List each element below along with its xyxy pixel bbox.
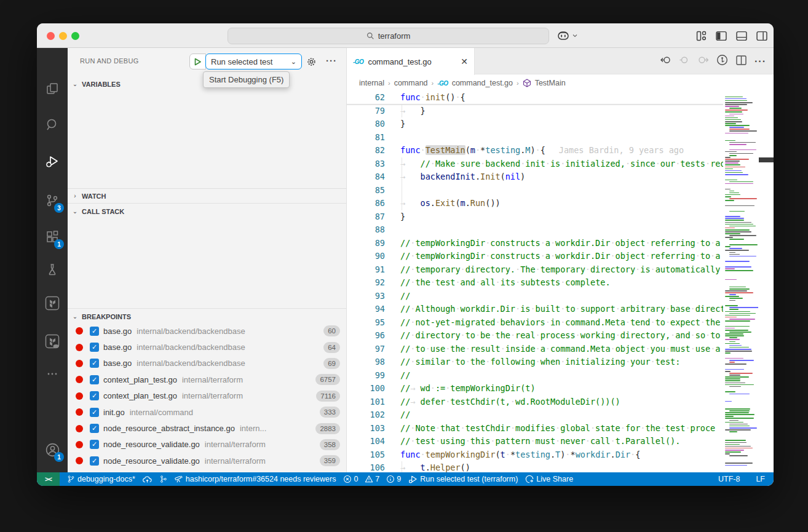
activity-more[interactable] xyxy=(37,362,68,386)
code-line-90[interactable]: 90//·tempWorkingDir·constructs·a·workdir… xyxy=(347,250,723,263)
copilot-menu[interactable] xyxy=(556,23,577,48)
breakpoint-checkbox[interactable]: ✓ xyxy=(90,391,99,400)
zoom-window-button[interactable] xyxy=(71,32,79,40)
breakpoint-row[interactable]: ✓context_plan_test.gointernal/terraform6… xyxy=(68,371,346,387)
accounts-button[interactable]: 1 xyxy=(37,437,68,462)
close-tab-icon[interactable]: ✕ xyxy=(461,57,468,66)
code-line-95[interactable]: 95//·not-yet-migrated·behaviors·in·comma… xyxy=(347,316,723,330)
toggle-panel-button[interactable] xyxy=(736,31,747,41)
activity-extensions[interactable]: 1 xyxy=(37,224,68,249)
timeline-icon[interactable] xyxy=(716,54,728,68)
run-task-status-item[interactable]: Run selected test (terraform) xyxy=(408,475,518,483)
sync-changes-item[interactable] xyxy=(143,475,152,483)
breakpoint-row[interactable]: ✓init.gointernal/command333 xyxy=(68,404,346,420)
breakpoint-row[interactable]: ✓node_resource_abstract_instance.gointer… xyxy=(68,420,346,436)
code-line-105[interactable]: 105func·tempWorkingDir(t·*testing.T)·*wo… xyxy=(347,448,723,462)
customize-layout-button[interactable] xyxy=(696,31,707,41)
activity-testing[interactable] xyxy=(37,257,68,282)
editor-more-actions-icon[interactable]: ··· xyxy=(755,56,766,67)
code-line-100[interactable]: 100//→ wd·:=·tempWorkingDir(t) xyxy=(347,382,723,395)
breakpoint-checkbox[interactable]: ✓ xyxy=(90,440,99,449)
code-editor[interactable]: 62func·init()·{79→ }80}8182func·TestMain… xyxy=(347,91,723,472)
problems-status-item[interactable]: 0 7 9 xyxy=(343,475,401,483)
branch-status-item[interactable]: debugging-docs* xyxy=(67,475,135,483)
toggle-secondary-sidebar-button[interactable] xyxy=(756,31,767,41)
code-line-91[interactable]: 91//·temporary·directory.·The·temporary·… xyxy=(347,263,723,277)
activity-hcp-terraform[interactable] xyxy=(37,329,68,354)
activity-search[interactable] xyxy=(37,113,68,137)
code-line-96[interactable]: 96//·directory·to·be·the·real·process·wo… xyxy=(347,329,723,343)
code-line-101[interactable]: 101//→ defer·testChdir(t,·wd.RootModuleD… xyxy=(347,395,723,409)
minimap[interactable] xyxy=(723,91,758,472)
activity-explorer[interactable] xyxy=(37,77,68,101)
toggle-primary-sidebar-button[interactable] xyxy=(716,31,727,41)
breakpoint-checkbox[interactable]: ✓ xyxy=(90,375,99,384)
code-line-104[interactable]: 104//·test·using·this·pattern·must·never… xyxy=(347,435,723,448)
command-center-search[interactable]: terraform xyxy=(228,28,549,44)
breakpoint-checkbox[interactable]: ✓ xyxy=(90,424,99,433)
code-line-99[interactable]: 99// xyxy=(347,369,723,383)
code-line-94[interactable]: 94//·Although·workdir.Dir·is·built·to·su… xyxy=(347,303,723,316)
breakpoint-checkbox[interactable]: ✓ xyxy=(90,343,99,352)
pull-request-status-item[interactable]: hashicorp/terraform#36524 needs reviewer… xyxy=(175,475,336,483)
close-window-button[interactable] xyxy=(47,32,55,40)
breakpoint-row[interactable]: ✓node_resource_validate.gointernal/terra… xyxy=(68,437,346,453)
launch-configuration-dropdown[interactable]: Run selected test ⌄ xyxy=(205,54,302,69)
code-line-98[interactable]: 98//·similar·to·the·following·when·initi… xyxy=(347,355,723,369)
split-editor-icon[interactable] xyxy=(736,55,747,68)
activity-run-and-debug[interactable] xyxy=(37,149,68,174)
navigate-back-icon[interactable] xyxy=(660,55,671,67)
breadcrumb-symbol[interactable]: TestMain xyxy=(535,79,566,87)
code-line-85[interactable]: 85 xyxy=(347,184,723,197)
code-line-103[interactable]: 103//·Note·that·testChdir·modifies·globa… xyxy=(347,422,723,435)
breakpoint-checkbox[interactable]: ✓ xyxy=(90,359,99,368)
code-line-84[interactable]: 84→ backendInit.Init(nil) xyxy=(347,170,723,184)
code-line-86[interactable]: 86→ os.Exit(m.Run()) xyxy=(347,197,723,210)
breakpoint-row[interactable]: ✓node_resource_validate.gointernal/terra… xyxy=(68,453,346,469)
start-debugging-button[interactable] xyxy=(189,54,206,69)
code-line-82[interactable]: 82func·TestMain(m·*testing.M)·{James Bar… xyxy=(347,144,723,157)
breakpoints-section-header[interactable]: ⌄ BREAKPOINTS xyxy=(68,309,346,324)
remote-indicator[interactable]: >< xyxy=(37,472,60,486)
breadcrumb-file[interactable]: command_test.go xyxy=(452,79,513,87)
activity-terraform[interactable] xyxy=(37,291,68,316)
code-line-62[interactable]: 62func·init()·{ xyxy=(347,91,723,105)
live-share-status-item[interactable]: Live Share xyxy=(525,475,573,483)
watch-section-header[interactable]: › WATCH xyxy=(68,189,346,203)
source-control-graph-item[interactable] xyxy=(159,475,167,483)
call-stack-section-header[interactable]: ⌄ CALL STACK xyxy=(68,204,346,218)
breadcrumb-internal[interactable]: internal xyxy=(359,79,384,87)
breakpoint-checkbox[interactable]: ✓ xyxy=(90,456,99,466)
code-line-93[interactable]: 93// xyxy=(347,290,723,303)
breakpoint-checkbox[interactable]: ✓ xyxy=(90,408,99,417)
scrollbar-gutter[interactable] xyxy=(758,91,774,472)
breakpoint-row[interactable]: ✓base.gointernal/backend/backendbase60 xyxy=(68,323,346,339)
tab-command-test-go[interactable]: ‑GO command_test.go ✕ xyxy=(347,48,475,75)
activity-source-control[interactable]: 3 xyxy=(37,188,68,213)
navigate-forward-icon[interactable] xyxy=(697,55,708,67)
breakpoint-row[interactable]: ✓context_plan_test.gointernal/terraform7… xyxy=(68,388,346,404)
encoding-status-item[interactable]: UTF-8 xyxy=(718,475,740,483)
code-line-89[interactable]: 89//·tempWorkingDir·constructs·a·workdir… xyxy=(347,237,723,250)
code-line-106[interactable]: 106→ t.Helper() xyxy=(347,461,723,472)
breakpoint-row[interactable]: ✓base.gointernal/backend/backendbase64 xyxy=(68,339,346,355)
code-line-92[interactable]: 92//·the·test·and·all·its·subtests·compl… xyxy=(347,276,723,290)
navigate-previous-icon[interactable] xyxy=(679,55,689,67)
code-line-87[interactable]: 87} xyxy=(347,210,723,224)
code-line-79[interactable]: 79→ } xyxy=(347,105,723,118)
code-line-80[interactable]: 80} xyxy=(347,117,723,131)
configure-launch-button[interactable] xyxy=(306,57,317,69)
breakpoint-row[interactable]: ✓base.gointernal/backend/backendbase69 xyxy=(68,355,346,371)
breakpoint-checkbox[interactable]: ✓ xyxy=(90,327,99,336)
breakpoint-dot-icon xyxy=(76,425,83,432)
eol-status-item[interactable]: LF xyxy=(756,475,765,483)
code-line-102[interactable]: 102// xyxy=(347,408,723,422)
code-line-81[interactable]: 81 xyxy=(347,131,723,145)
code-text xyxy=(385,184,723,197)
code-line-88[interactable]: 88 xyxy=(347,223,723,237)
code-line-97[interactable]: 97//·to·use·the·result·inside·a·command.… xyxy=(347,343,723,356)
views-more-actions-button[interactable]: ··· xyxy=(326,55,337,66)
breadcrumb-command[interactable]: command xyxy=(394,79,428,87)
minimize-window-button[interactable] xyxy=(59,32,67,40)
code-line-83[interactable]: 83→ //·Make·sure·backend·init·is·initial… xyxy=(347,157,723,171)
